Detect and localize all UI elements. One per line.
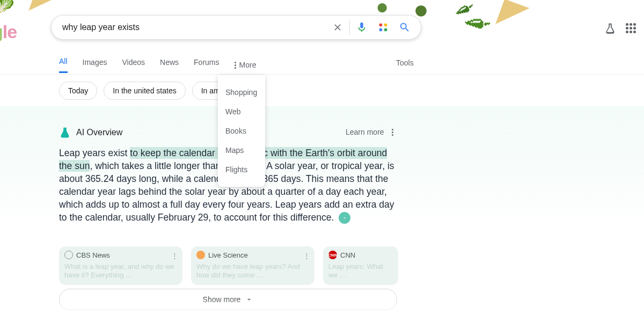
show-more-button[interactable]: Show more	[59, 289, 397, 310]
source-name: Live Science	[208, 251, 248, 259]
google-logo[interactable]: gle	[0, 21, 17, 42]
more-item-maps[interactable]: Maps	[218, 141, 265, 160]
svg-rect-2	[379, 28, 383, 32]
source-snippet: What is a leap year, and why do we have …	[64, 262, 177, 280]
more-item-web[interactable]: Web	[218, 102, 265, 121]
search-icon[interactable]	[394, 21, 415, 33]
tab-all[interactable]: All	[59, 57, 68, 73]
tortilla-chip-icon	[495, 0, 530, 33]
more-item-flights[interactable]: Flights	[218, 160, 265, 179]
green-chili-icon: 🌶	[462, 6, 494, 39]
divider	[349, 20, 350, 35]
ai-overview-title: AI Overview	[76, 128, 122, 137]
tab-news[interactable]: News	[160, 58, 179, 72]
more-item-shopping[interactable]: Shopping	[218, 83, 265, 102]
labs-icon[interactable]	[604, 23, 616, 34]
source-name: CBS News	[76, 251, 110, 259]
voice-search-icon[interactable]	[351, 21, 372, 33]
more-label: More	[239, 61, 257, 69]
pepper-icon: 🌶	[454, 0, 474, 20]
livescience-favicon	[196, 251, 205, 259]
card-overflow-icon[interactable]: ⋮	[303, 252, 310, 260]
svg-rect-1	[384, 24, 387, 27]
flask-icon	[59, 127, 71, 138]
show-more-label: Show more	[203, 295, 241, 304]
overflow-icon[interactable]	[392, 129, 393, 136]
more-menu: Shopping Web Books Maps Flights	[218, 75, 265, 187]
lens-search-icon[interactable]	[372, 21, 394, 33]
search-box[interactable]	[51, 15, 421, 40]
card-overflow-icon[interactable]: ⋮	[171, 252, 178, 260]
tab-images[interactable]: Images	[83, 58, 107, 72]
source-card-cnn[interactable]: CNN CNN Leap years: What we …	[323, 246, 398, 285]
learn-more-link[interactable]: Learn more	[346, 128, 384, 136]
source-card-livescience[interactable]: Live Science ⋮ Why do we have leap years…	[191, 246, 314, 285]
apps-icon[interactable]	[626, 23, 636, 34]
source-snippet: Leap years: What we …	[328, 262, 393, 280]
tab-forums[interactable]: Forums	[194, 58, 219, 72]
clear-icon[interactable]	[327, 22, 348, 33]
search-input[interactable]	[62, 23, 327, 32]
svg-rect-0	[379, 24, 383, 27]
source-name: CNN	[340, 251, 355, 259]
tab-videos[interactable]: Videos	[122, 58, 145, 72]
vertical-dots-icon	[235, 62, 236, 69]
chevron-down-icon	[245, 295, 253, 304]
tab-more[interactable]: More	[235, 61, 257, 69]
svg-rect-3	[384, 28, 387, 32]
cnn-favicon: CNN	[328, 251, 337, 259]
more-item-books[interactable]: Books	[218, 121, 265, 141]
cbs-favicon	[64, 251, 73, 259]
source-card-cbs[interactable]: CBS News ⋮ What is a leap year, and why …	[59, 246, 182, 285]
collapse-icon[interactable]	[339, 212, 350, 224]
lettuce-icon: 🥬	[0, 0, 16, 13]
source-snippet: Why do we have leap years? And how did t…	[196, 262, 309, 280]
tools-button[interactable]: Tools	[396, 58, 414, 67]
filter-chip-in-us[interactable]: In the united states	[104, 82, 185, 100]
tabs-underline	[0, 74, 644, 75]
filter-chip-today[interactable]: Today	[59, 82, 97, 100]
